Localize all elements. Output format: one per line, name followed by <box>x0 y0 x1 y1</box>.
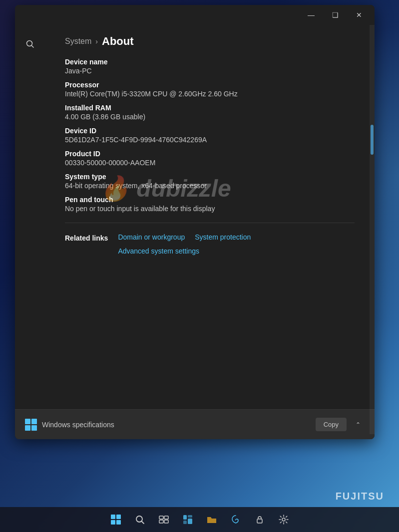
taskbar-search-icon[interactable] <box>131 511 149 529</box>
svg-point-0 <box>27 41 32 46</box>
maximize-button[interactable]: ❑ <box>324 7 347 23</box>
taskbar <box>0 507 399 532</box>
svg-rect-8 <box>183 515 187 520</box>
device-name-label: Device name <box>65 58 355 66</box>
breadcrumb-system: System <box>65 37 91 46</box>
taskbar-taskview-icon[interactable] <box>155 511 173 529</box>
close-button[interactable]: ✕ <box>348 7 371 23</box>
pen-touch-value: No pen or touch input is available for t… <box>65 205 355 213</box>
breadcrumb-current: About <box>102 35 134 48</box>
svg-rect-7 <box>164 520 168 523</box>
expand-button[interactable]: ⌃ <box>352 419 365 430</box>
copy-button[interactable]: Copy <box>316 418 347 431</box>
window-content: System › About Device name Java-PC Proce… <box>15 25 375 409</box>
ram-row: Installed RAM 4.00 GB (3.86 GB usable) <box>65 104 355 121</box>
fujitsu-brand: FUJITSU <box>336 491 384 502</box>
device-name-value: Java-PC <box>65 67 355 75</box>
domain-workgroup-link[interactable]: Domain or workgroup <box>118 233 185 241</box>
svg-rect-10 <box>188 515 192 518</box>
pen-touch-label: Pen and touch <box>65 196 355 204</box>
scrollbar-track <box>370 25 375 409</box>
taskbar-edge-icon[interactable] <box>227 511 245 529</box>
minimize-button[interactable]: — <box>300 7 323 23</box>
processor-label: Processor <box>65 81 355 89</box>
svg-rect-5 <box>164 516 168 519</box>
svg-rect-9 <box>183 521 187 524</box>
related-links-list: Domain or workgroup System protection Ad… <box>118 233 342 255</box>
scrollbar-thumb[interactable] <box>371 125 374 155</box>
svg-rect-12 <box>257 519 262 523</box>
svg-point-13 <box>282 518 285 521</box>
section-divider <box>65 223 355 223</box>
device-name-row: Device name Java-PC <box>65 58 355 75</box>
related-links-label: Related links <box>65 233 108 242</box>
taskbar-explorer-icon[interactable] <box>203 511 221 529</box>
taskbar-settings-icon[interactable] <box>275 511 293 529</box>
breadcrumb-separator: › <box>95 37 98 45</box>
svg-line-3 <box>141 522 144 524</box>
device-id-value: 5D61D2A7-1F5C-4F9D-9994-4760C942269A <box>65 136 355 144</box>
pen-touch-row: Pen and touch No pen or touch input is a… <box>65 196 355 213</box>
advanced-system-settings-link[interactable]: Advanced system settings <box>118 247 342 255</box>
sidebar <box>15 25 45 409</box>
product-id-value: 00330-50000-00000-AAOEM <box>65 159 355 167</box>
system-type-value: 64-bit operating system, x64-based proce… <box>65 182 355 190</box>
processor-row: Processor Intel(R) Core(TM) i5-3320M CPU… <box>65 81 355 98</box>
main-content: System › About Device name Java-PC Proce… <box>45 25 375 409</box>
svg-rect-4 <box>159 516 163 519</box>
related-links-section: Related links Domain or workgroup System… <box>65 233 355 255</box>
device-id-row: Device ID 5D61D2A7-1F5C-4F9D-9994-4760C9… <box>65 127 355 144</box>
svg-rect-6 <box>159 520 163 523</box>
window-controls: — ❑ ✕ <box>300 7 371 23</box>
settings-window: — ❑ ✕ System › About <box>15 5 375 439</box>
sidebar-search-icon[interactable] <box>21 35 39 53</box>
windows-logo-small-icon <box>25 419 37 431</box>
bottom-section-title: Windows specifications <box>42 421 311 429</box>
product-id-label: Product ID <box>65 150 355 158</box>
ram-label: Installed RAM <box>65 104 355 112</box>
taskbar-security-icon[interactable] <box>251 511 269 529</box>
title-bar: — ❑ ✕ <box>15 5 375 25</box>
system-type-row: System type 64-bit operating system, x64… <box>65 173 355 190</box>
taskbar-widgets-icon[interactable] <box>179 511 197 529</box>
device-id-label: Device ID <box>65 127 355 135</box>
svg-rect-11 <box>188 519 192 524</box>
breadcrumb: System › About <box>65 35 355 48</box>
device-info-section: Device name Java-PC Processor Intel(R) C… <box>65 58 355 213</box>
product-id-row: Product ID 00330-50000-00000-AAOEM <box>65 150 355 167</box>
bottom-bar: Windows specifications Copy ⌃ <box>15 409 375 439</box>
ram-value: 4.00 GB (3.86 GB usable) <box>65 113 355 121</box>
svg-line-1 <box>32 46 34 48</box>
system-protection-link[interactable]: System protection <box>195 233 251 241</box>
system-type-label: System type <box>65 173 355 181</box>
taskbar-start-icon[interactable] <box>107 511 125 529</box>
processor-value: Intel(R) Core(TM) i5-3320M CPU @ 2.60GHz… <box>65 90 355 98</box>
